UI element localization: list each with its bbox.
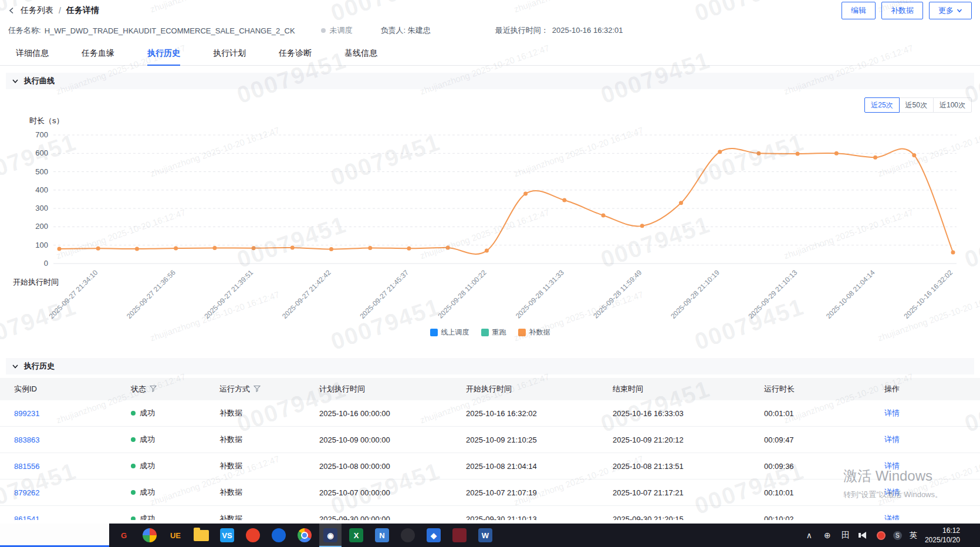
cell-start-time: 2025-10-08 21:04:14	[466, 462, 613, 471]
cell-run-type: 补数据	[219, 461, 319, 471]
pinwheel-icon[interactable]	[138, 524, 161, 547]
table-header: 实例ID状态运行方式计划执行时间开始执行时间结束时间运行时长操作	[0, 378, 980, 400]
success-dot-icon	[131, 490, 136, 495]
task-status-badge: 未调度	[321, 25, 353, 36]
more-button[interactable]: 更多	[929, 2, 972, 19]
cell-run-type: 补数据	[219, 514, 319, 520]
touch-keyboard-icon[interactable]: 田	[840, 530, 851, 541]
history-section-header[interactable]: 执行历史	[6, 358, 974, 374]
cell-duration: 00:10:02	[764, 515, 884, 521]
cell-action: 详情	[884, 461, 966, 471]
edit-button[interactable]: 编辑	[842, 2, 876, 19]
windows-taskbar: GUEVS◉XN◆W ∧ ⊕ 田 S 英 16:12 2025/10/20	[0, 524, 980, 547]
range-button-0[interactable]: 近25次	[864, 97, 899, 113]
detail-link[interactable]: 详情	[884, 514, 900, 520]
file-explorer-icon[interactable]	[190, 524, 212, 547]
volume-icon[interactable]	[859, 532, 869, 539]
detail-link[interactable]: 详情	[884, 488, 900, 497]
instance-id-link[interactable]: 879262	[14, 488, 39, 497]
clock-time: 16:12	[925, 526, 960, 535]
range-button-2[interactable]: 近100次	[933, 97, 972, 113]
filter-funnel-icon[interactable]	[150, 385, 157, 394]
tab-2[interactable]: 执行历史	[147, 40, 180, 66]
vscode-icon[interactable]: VS	[216, 524, 238, 547]
cell-start-time: 2025-10-16 16:32:02	[466, 409, 613, 418]
word-icon[interactable]: W	[474, 524, 496, 547]
header-buttons: 编辑 补数据 更多	[842, 2, 972, 19]
ime-tray-icon[interactable]: S	[893, 531, 902, 540]
taskbar-clock[interactable]: 16:12 2025/10/20	[925, 526, 960, 545]
filter-funnel-icon[interactable]	[254, 385, 261, 394]
red-circle-app-icon[interactable]	[242, 524, 264, 547]
system-tray: ∧ ⊕ 田 S 英 16:12 2025/10/20	[804, 524, 980, 547]
excel-icon[interactable]: X	[345, 524, 367, 547]
input-language-indicator[interactable]: 英	[910, 530, 917, 541]
tray-red-app-icon[interactable]	[877, 531, 886, 540]
svg-text:2025-09-28 11:59:49: 2025-09-28 11:59:49	[592, 268, 643, 320]
cell-action: 详情	[884, 408, 966, 418]
goldwave-icon[interactable]: G	[113, 524, 135, 547]
curve-section-header[interactable]: 执行曲线	[6, 73, 974, 89]
task-name-label: 任务名称:	[8, 25, 41, 36]
legend-item-1[interactable]: 重跑	[481, 327, 506, 337]
word-icon-glyph: W	[478, 528, 492, 542]
tab-1[interactable]: 任务血缘	[82, 40, 114, 66]
column-label: 计划执行时间	[319, 384, 365, 394]
legend-item-0[interactable]: 线上调度	[430, 327, 469, 337]
excel-icon-glyph: X	[349, 528, 363, 542]
active-capture-app-icon[interactable]: ◉	[319, 524, 342, 547]
cell-instance-id: 879262	[14, 488, 131, 497]
instance-id-link[interactable]: 899231	[14, 409, 39, 418]
network-icon[interactable]: ⊕	[822, 531, 833, 540]
table-row-1: 883863成功补数据2025-10-09 00:00:002025-10-09…	[0, 427, 980, 453]
chrome-icon[interactable]	[293, 524, 316, 547]
ultraedit-icon[interactable]: UE	[164, 524, 187, 547]
instance-id-link[interactable]: 883863	[14, 435, 39, 444]
blue-diamond-app-icon[interactable]: ◆	[423, 524, 445, 547]
cell-action: 详情	[884, 487, 966, 498]
svg-text:2025-09-27 21:42:42: 2025-09-27 21:42:42	[281, 268, 333, 320]
clock-date: 2025/10/20	[925, 535, 960, 545]
execution-curve-chart: 近25次近50次近100次 0100200300400500600700时长（s…	[0, 89, 980, 351]
cell-planned-time: 2025-09-30 00:00:00	[319, 515, 466, 521]
taskbar-search-box[interactable]	[0, 524, 109, 547]
cell-status: 成功	[131, 461, 219, 471]
cell-duration: 00:09:36	[764, 462, 884, 471]
svg-text:200: 200	[35, 222, 48, 231]
svg-text:700: 700	[35, 130, 48, 139]
detail-link[interactable]: 详情	[884, 435, 900, 444]
maroon-app-icon[interactable]	[448, 524, 471, 547]
blue-doc-app-icon[interactable]: N	[371, 524, 393, 547]
svg-text:2025-09-27 21:39:51: 2025-09-27 21:39:51	[203, 268, 255, 320]
column-label: 操作	[884, 384, 900, 394]
instance-id-link[interactable]: 881556	[14, 462, 39, 471]
legend-label: 补数据	[529, 327, 550, 337]
tab-5[interactable]: 基线信息	[344, 40, 377, 66]
breadcrumb-task-list[interactable]: 任务列表	[21, 5, 53, 16]
chevron-up-icon[interactable]: ∧	[804, 531, 815, 540]
cell-start-time: 2025-10-07 21:07:19	[466, 488, 613, 497]
tab-3[interactable]: 执行计划	[213, 40, 246, 66]
svg-text:500: 500	[35, 167, 48, 176]
blue-sphere-app-icon[interactable]	[268, 524, 290, 547]
status-text: 成功	[140, 408, 155, 418]
cell-instance-id: 861541	[14, 515, 131, 521]
cell-duration: 00:10:01	[764, 488, 884, 497]
legend-item-2[interactable]: 补数据	[518, 327, 550, 337]
tab-4[interactable]: 任务诊断	[279, 40, 312, 66]
column-header-2: 运行方式	[219, 384, 319, 394]
task-info-bar: 任务名称: H_WF_DWD_TRADE_HKAUDIT_ECOMMERCE_S…	[0, 21, 980, 40]
line-chart[interactable]: 0100200300400500600700时长（s）开始执行时间2025-09…	[6, 116, 972, 325]
cell-end-time: 2025-10-08 21:13:51	[613, 462, 764, 471]
detail-link[interactable]: 详情	[884, 461, 900, 470]
backfill-button[interactable]: 补数据	[881, 2, 923, 19]
chevron-left-icon[interactable]	[8, 7, 15, 14]
range-button-1[interactable]: 近50次	[899, 97, 934, 113]
cell-status: 成功	[131, 514, 219, 520]
cell-end-time: 2025-10-07 21:17:21	[613, 488, 764, 497]
dark-circle-app-icon[interactable]	[397, 524, 419, 547]
header-bar: 任务列表 / 任务详情 编辑 补数据 更多	[0, 0, 980, 21]
detail-link[interactable]: 详情	[884, 408, 900, 417]
instance-id-link[interactable]: 861541	[14, 515, 39, 521]
tab-0[interactable]: 详细信息	[16, 40, 49, 66]
